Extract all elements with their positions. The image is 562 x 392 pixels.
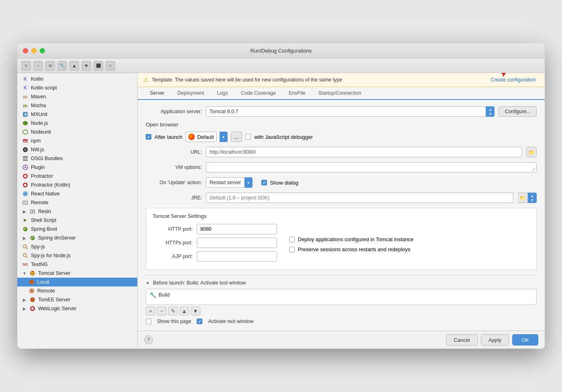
sort-button[interactable]: ⬛ <box>94 61 103 71</box>
after-launch-checkbox[interactable] <box>146 134 151 140</box>
sidebar-item-weblogic[interactable]: ▶ WebLogic Server <box>17 304 137 313</box>
before-launch-down-button[interactable]: ▼ <box>191 307 200 315</box>
open-browser-section: Open browser After launch Default ▾ ... … <box>146 122 537 142</box>
sidebar-item-resin[interactable]: ▶ Resin <box>17 207 137 216</box>
sidebar-item-label: Kotlin script <box>31 85 57 91</box>
before-launch-add-button[interactable]: + <box>146 307 155 315</box>
url-input[interactable] <box>206 147 522 157</box>
sidebar-item-maven[interactable]: m Maven <box>17 92 137 101</box>
jre-arrow-button[interactable]: ▲ ▼ <box>528 193 537 203</box>
before-launch-triangle[interactable]: ▼ <box>146 281 150 285</box>
copy-button[interactable]: ⧉ <box>45 61 55 71</box>
ok-button[interactable]: OK <box>512 334 538 345</box>
tab-server[interactable]: Server <box>143 87 171 100</box>
expand-vm-options-icon[interactable]: ⤢ <box>532 167 535 172</box>
ellipsis-button[interactable]: ... <box>231 132 242 142</box>
sidebar-item-spyjs[interactable]: Spy-js <box>17 242 137 251</box>
plugin-icon <box>22 164 29 171</box>
sidebar-item-npm[interactable]: npm npm <box>17 136 137 145</box>
sidebar: K Kotlin K Kotlin script m Maven m Mocha… <box>17 73 138 349</box>
svg-marker-23 <box>24 219 27 222</box>
sidebar-item-spyjs-node[interactable]: Spy-js for Node.js <box>17 251 137 260</box>
minimize-button[interactable] <box>31 48 37 53</box>
open-browser-title: Open browser <box>146 122 537 128</box>
kotlin-icon: K <box>22 76 29 82</box>
tab-envfile[interactable]: EnvFile <box>282 87 312 100</box>
sidebar-item-nwjs[interactable]: NW.js <box>17 145 137 154</box>
tab-deployment[interactable]: Deployment <box>171 87 211 100</box>
sidebar-item-protractor[interactable]: Protractor <box>17 172 137 181</box>
browser-dropdown-arrow[interactable]: ▾ <box>220 132 228 142</box>
browser-selector[interactable]: Default <box>185 132 216 142</box>
preserve-sessions-checkbox[interactable] <box>289 247 295 252</box>
close-button[interactable] <box>23 48 28 53</box>
after-launch-label: After launch <box>155 134 182 140</box>
sidebar-item-label: NW.js <box>31 147 44 152</box>
jre-folder-button[interactable]: 📁 <box>517 193 528 203</box>
sidebar-item-local[interactable]: ➤ Local <box>17 278 137 286</box>
on-update-label: On 'Update' action: <box>146 180 202 185</box>
cancel-button[interactable]: Cancel <box>446 334 477 345</box>
move-down-button[interactable]: ▼ <box>81 61 91 71</box>
move-up-button[interactable]: ▲ <box>69 61 79 71</box>
sidebar-item-tomcat-server[interactable]: ▼ 🐱 Tomcat Server <box>17 269 137 278</box>
js-debugger-checkbox[interactable] <box>245 134 251 140</box>
maximize-button[interactable] <box>40 48 45 53</box>
divider <box>146 275 537 275</box>
sidebar-item-remote-tomcat[interactable]: Remote <box>17 286 137 295</box>
create-configuration-link[interactable]: Create configuration <box>491 77 536 83</box>
tabs-bar: Server Deployment Logs Code Coverage Env… <box>138 87 545 100</box>
sidebar-item-spring-boot[interactable]: Spring Boot <box>17 225 137 234</box>
activate-tool-checkbox[interactable] <box>197 319 202 324</box>
app-server-selector[interactable]: Tomcat 9.0.7 <box>206 106 486 117</box>
http-port-input[interactable] <box>197 224 277 234</box>
spring-boot-icon <box>22 226 29 232</box>
sidebar-item-plugin[interactable]: Plugin <box>17 163 137 172</box>
sidebar-item-shell-script[interactable]: Shell Script <box>17 216 137 225</box>
svg-point-7 <box>24 148 26 151</box>
sidebar-item-label: Protractor <box>31 173 53 179</box>
before-launch-up-button[interactable]: ▲ <box>179 307 189 315</box>
sidebar-item-protractor-kotlin[interactable]: Protractor (Kotlin) <box>17 181 137 189</box>
show-page-checkbox[interactable] <box>146 319 151 324</box>
add-button[interactable]: + <box>21 61 31 71</box>
on-update-dropdown-arrow[interactable]: ▾ <box>244 177 252 188</box>
sidebar-item-tomee[interactable]: ▶ TomEE Server <box>17 295 137 304</box>
more-button[interactable]: » <box>106 61 115 71</box>
show-dialog-checkbox[interactable] <box>261 180 267 185</box>
before-launch-remove-button[interactable]: − <box>157 307 167 315</box>
vm-options-row: VM options: ⤢ <box>146 162 537 173</box>
sidebar-item-kotlin-script[interactable]: K Kotlin script <box>17 83 137 92</box>
before-launch-edit-button[interactable]: ✎ <box>168 307 178 315</box>
ajp-port-label: AJP port: <box>153 254 193 259</box>
sidebar-item-label: MXUnit <box>31 112 47 117</box>
ajp-port-input[interactable] <box>197 251 277 262</box>
sidebar-item-mocha[interactable]: m Mocha <box>17 101 137 110</box>
sidebar-item-react-native[interactable]: React Native <box>17 189 137 198</box>
traffic-lights <box>23 48 45 53</box>
sidebar-item-mxunit[interactable]: ⚙ MXUnit <box>17 110 137 119</box>
sidebar-item-remote[interactable]: Remote <box>17 198 137 207</box>
sidebar-item-nodeunit[interactable]: Nodeunit <box>17 128 137 136</box>
https-port-input[interactable] <box>197 238 277 248</box>
tab-logs[interactable]: Logs <box>211 87 234 100</box>
sidebar-item-osgi[interactable]: OSGi OSGi Bundles <box>17 154 137 163</box>
app-server-arrows[interactable]: ▲ ▼ <box>486 106 495 117</box>
sidebar-item-spring-dmserver[interactable]: ▶ Spring dmServer <box>17 234 137 242</box>
tab-startup-connection[interactable]: Startup/Connection <box>312 87 368 100</box>
apply-button[interactable]: Apply <box>481 334 509 345</box>
settings-button[interactable]: 🔧 <box>57 61 67 71</box>
sidebar-item-testng[interactable]: NG TestNG <box>17 260 137 269</box>
deploy-apps-checkbox[interactable] <box>289 237 295 242</box>
configure-button[interactable]: Configure... <box>499 106 537 117</box>
sidebar-item-kotlin[interactable]: K Kotlin <box>17 75 137 83</box>
vm-options-input[interactable] <box>206 162 537 173</box>
url-folder-button[interactable]: 📁 <box>526 147 537 157</box>
help-button[interactable]: ? <box>144 335 153 344</box>
https-port-row: HTTPs port: <box>153 238 277 248</box>
on-update-selector[interactable]: Restart server <box>206 177 245 188</box>
sidebar-item-nodejs[interactable]: Node.js <box>17 119 137 128</box>
tab-code-coverage[interactable]: Code Coverage <box>234 87 283 100</box>
remove-button[interactable]: − <box>33 61 43 71</box>
maven-icon: m <box>22 93 29 100</box>
